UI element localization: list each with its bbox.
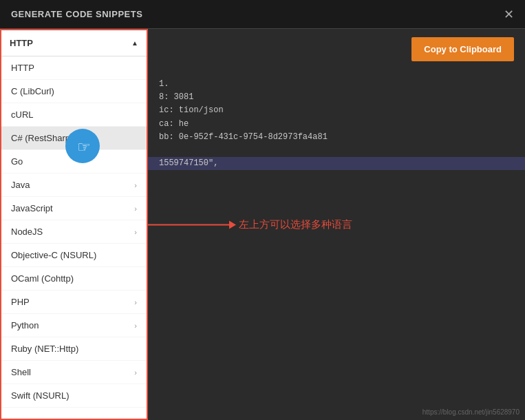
menu-item[interactable]: JavaScript› bbox=[1, 197, 147, 220]
menu-item[interactable]: PHP› bbox=[1, 291, 147, 314]
menu-item-label: Java bbox=[11, 180, 30, 190]
dropdown-selected-label: HTTP bbox=[10, 38, 33, 48]
dropdown-arrow-icon: ▲ bbox=[131, 39, 138, 47]
menu-item-label: HTTP bbox=[11, 63, 34, 73]
menu-item-label: Swift (NSURL) bbox=[11, 390, 69, 401]
menu-item[interactable]: C# (RestSharp) bbox=[1, 127, 147, 150]
menu-item-label: C# (RestSharp) bbox=[11, 133, 73, 143]
menu-item[interactable]: OCaml (Cohttp) bbox=[1, 267, 147, 291]
submenu-chevron-icon: › bbox=[134, 228, 137, 236]
menu-item-label: Python bbox=[11, 320, 39, 330]
menu-item-label: Ruby (NET::Http) bbox=[11, 344, 78, 354]
copy-to-clipboard-button[interactable]: Copy to Clipboard bbox=[411, 37, 514, 61]
modal-header: GENERATE CODE SNIPPETS ✕ bbox=[0, 0, 525, 29]
menu-item-label: Shell bbox=[11, 367, 31, 377]
close-icon[interactable]: ✕ bbox=[504, 8, 514, 21]
menu-item-label: C (LibCurl) bbox=[11, 86, 54, 96]
submenu-chevron-icon: › bbox=[134, 368, 137, 377]
menu-item[interactable]: Ruby (NET::Http) bbox=[1, 337, 147, 361]
right-panel: Copy to Clipboard 1. 8: 3081 ic: tion/js… bbox=[148, 29, 525, 420]
menu-item[interactable]: Objective-C (NSURL) bbox=[1, 244, 147, 267]
language-menu-list: HTTPC (LibCurl)cURLC# (RestSharp)GoJava›… bbox=[1, 56, 147, 419]
menu-item[interactable]: Swift (NSURL) bbox=[1, 384, 147, 408]
menu-item[interactable]: Python› bbox=[1, 314, 147, 337]
submenu-chevron-icon: › bbox=[134, 322, 137, 330]
menu-item-label: cURL bbox=[11, 109, 34, 120]
watermark: https://blog.csdn.net/jin5628970 bbox=[422, 408, 519, 416]
language-dropdown[interactable]: HTTP ▲ bbox=[1, 30, 147, 56]
menu-item[interactable]: Java› bbox=[1, 174, 147, 197]
modal-title: GENERATE CODE SNIPPETS bbox=[11, 9, 142, 19]
menu-item[interactable]: C (LibCurl) bbox=[1, 80, 147, 103]
modal-container: GENERATE CODE SNIPPETS ✕ HTTP ▲ HTTPC (L… bbox=[0, 0, 525, 420]
menu-item-label: PHP bbox=[11, 297, 30, 307]
menu-item[interactable]: Go bbox=[1, 150, 147, 174]
menu-item[interactable]: Shell› bbox=[1, 361, 147, 384]
left-panel: HTTP ▲ HTTPC (LibCurl)cURLC# (RestSharp)… bbox=[0, 29, 148, 420]
menu-item-label: OCaml (Cohttp) bbox=[11, 273, 74, 284]
submenu-chevron-icon: › bbox=[134, 181, 137, 189]
code-display: 1. 8: 3081 ic: tion/json ca: he bb: 0e-9… bbox=[148, 70, 525, 420]
menu-item[interactable]: HTTP bbox=[1, 56, 147, 80]
menu-item-label: JavaScript bbox=[11, 203, 53, 213]
menu-item[interactable]: NodeJS› bbox=[1, 220, 147, 244]
menu-item[interactable]: cURL bbox=[1, 103, 147, 127]
submenu-chevron-icon: › bbox=[134, 204, 137, 213]
submenu-chevron-icon: › bbox=[134, 298, 137, 306]
modal-body: HTTP ▲ HTTPC (LibCurl)cURLC# (RestSharp)… bbox=[0, 29, 525, 420]
copy-btn-area: Copy to Clipboard bbox=[148, 29, 525, 70]
menu-item-label: Objective-C (NSURL) bbox=[11, 250, 96, 260]
menu-item-label: NodeJS bbox=[11, 227, 43, 237]
menu-item-label: Go bbox=[11, 156, 23, 167]
